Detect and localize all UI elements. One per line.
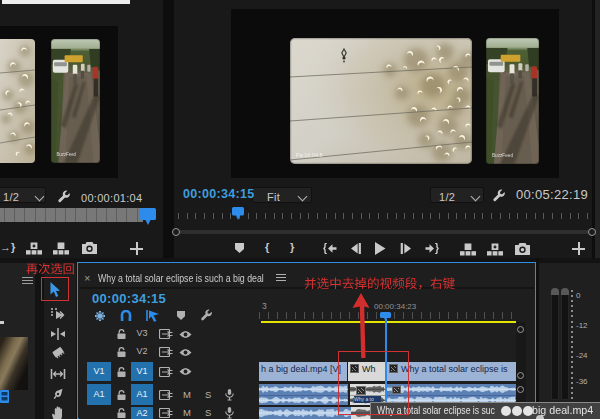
svg-text:BuzzFeed: BuzzFeed <box>56 152 76 157</box>
svg-text:Pa 16:04.8: Pa 16:04.8 <box>296 152 323 158</box>
svg-text:BuzzFeed: BuzzFeed <box>492 153 514 158</box>
